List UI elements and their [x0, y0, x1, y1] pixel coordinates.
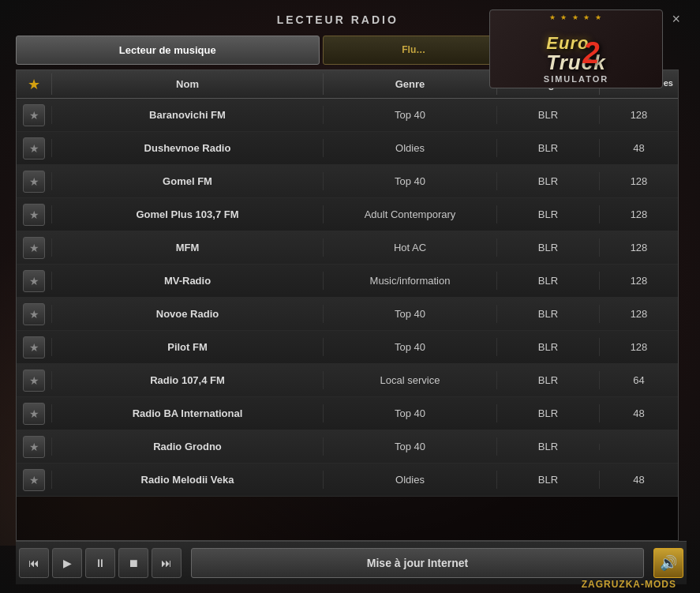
col-header-nom: Nom — [51, 73, 323, 95]
row-star-cell: ★ — [17, 171, 51, 193]
row-station-name: Novoe Radio — [51, 305, 323, 323]
table-row[interactable]: ★ Novoe Radio Top 40 BLR 128 — [17, 298, 678, 331]
volume-button[interactable]: 🔊 — [653, 548, 683, 578]
table-row[interactable]: ★ Radio BA International Top 40 BLR 48 — [17, 397, 678, 430]
row-genre: Adult Contemporary — [323, 205, 496, 223]
row-flux: 48 — [599, 471, 678, 489]
row-favorite-button[interactable]: ★ — [23, 204, 45, 226]
table-row[interactable]: ★ MFM Hot AC BLR 128 — [17, 231, 678, 265]
row-star-icon: ★ — [29, 109, 39, 122]
row-genre: Top 40 — [323, 305, 496, 323]
row-langue: BLR — [496, 305, 599, 323]
table-row[interactable]: ★ MV-Radio Music/information BLR 128 — [17, 265, 678, 298]
table-row[interactable]: ★ Baranovichi FM Top 40 BLR 128 — [17, 99, 678, 132]
row-star-cell: ★ — [17, 436, 51, 458]
star-header-icon: ★ — [28, 76, 40, 93]
table-row[interactable]: ★ Radio 107,4 FM Local service BLR 64 — [17, 364, 678, 397]
row-flux — [599, 444, 678, 450]
row-langue: BLR — [496, 205, 599, 223]
row-star-icon: ★ — [29, 242, 39, 254]
row-star-cell: ★ — [17, 204, 51, 226]
table-row[interactable]: ★ Radio Melodii Veka Oldies BLR 48 — [17, 464, 678, 497]
transport-pause[interactable]: ⏸ — [85, 548, 115, 578]
row-favorite-button[interactable]: ★ — [23, 370, 45, 392]
row-flux: 128 — [599, 172, 678, 190]
transport-play[interactable]: ▶ — [52, 548, 82, 578]
row-favorite-button[interactable]: ★ — [23, 137, 45, 160]
update-internet-button[interactable]: Mise à jour Internet — [191, 548, 644, 578]
tab-music[interactable]: Lecteur de musique — [16, 36, 320, 65]
row-genre: Oldies — [323, 139, 496, 157]
row-star-icon: ★ — [29, 441, 39, 453]
row-flux: 128 — [599, 338, 678, 356]
row-favorite-button[interactable]: ★ — [23, 303, 45, 325]
logo-box: ★ ★ ★ ★ ★ Euro Truck 2 SIMULATOR — [489, 9, 663, 88]
transport-next[interactable]: ⏭ — [152, 548, 182, 578]
row-favorite-button[interactable]: ★ — [23, 469, 45, 491]
logo-area: ★ ★ ★ ★ ★ Euro Truck 2 SIMULATOR — [489, 9, 663, 88]
row-station-name: Radio BA International — [51, 404, 323, 422]
row-genre: Oldies — [323, 471, 496, 489]
row-langue: BLR — [496, 106, 599, 124]
row-station-name: Gomel Plus 103,7 FM — [51, 205, 323, 223]
table-row[interactable]: ★ Pilot FM Top 40 BLR 128 — [17, 331, 678, 364]
row-star-cell: ★ — [17, 137, 51, 160]
close-button[interactable]: × — [665, 8, 687, 31]
row-star-cell: ★ — [17, 370, 51, 392]
transport-prev-start[interactable]: ⏮ — [19, 548, 49, 578]
row-favorite-button[interactable]: ★ — [23, 270, 45, 292]
row-star-cell: ★ — [17, 104, 51, 126]
row-star-icon: ★ — [29, 175, 39, 188]
row-station-name: Radio 107,4 FM — [51, 371, 323, 389]
col-header-star: ★ — [17, 73, 51, 95]
table-row[interactable]: ★ Gomel Plus 103,7 FM Adult Contemporary… — [17, 198, 678, 231]
window-title: LECTEUR RADIO — [277, 9, 399, 31]
tabs-row: Lecteur de musique Flu… — [16, 36, 505, 65]
col-header-genre: Genre — [323, 73, 496, 95]
table-row[interactable]: ★ Gomel FM Top 40 BLR 128 — [17, 165, 678, 198]
transport-stop[interactable]: ⏹ — [118, 548, 148, 578]
watermark: ZAGRUZKA-MODS — [582, 579, 676, 590]
row-station-name: Dushevnoe Radio — [51, 139, 323, 157]
radio-table: ★ Nom Genre Langue Flux de données ★ Bar… — [16, 69, 679, 541]
row-genre: Top 40 — [323, 106, 496, 124]
row-favorite-button[interactable]: ★ — [23, 403, 45, 425]
row-langue: BLR — [496, 238, 599, 257]
row-langue: BLR — [496, 404, 599, 422]
row-favorite-button[interactable]: ★ — [23, 104, 45, 126]
logo-simulator: SIMULATOR — [544, 74, 608, 84]
row-star-cell: ★ — [17, 336, 51, 358]
row-star-cell: ★ — [17, 270, 51, 292]
row-star-icon: ★ — [29, 474, 39, 486]
row-star-icon: ★ — [29, 407, 39, 420]
row-flux: 128 — [599, 272, 678, 290]
row-genre: Hot AC — [323, 238, 496, 257]
row-langue: BLR — [496, 272, 599, 290]
row-flux: 48 — [599, 139, 678, 157]
logo-stars: ★ ★ ★ ★ ★ — [549, 13, 603, 21]
row-star-cell: ★ — [17, 403, 51, 425]
table-row[interactable]: ★ Radio Grodno Top 40 BLR — [17, 430, 678, 464]
row-star-icon: ★ — [29, 275, 39, 287]
row-favorite-button[interactable]: ★ — [23, 336, 45, 358]
row-flux: 128 — [599, 106, 678, 124]
row-genre: Top 40 — [323, 404, 496, 422]
row-flux: 128 — [599, 238, 678, 257]
row-favorite-button[interactable]: ★ — [23, 171, 45, 193]
row-langue: BLR — [496, 437, 599, 456]
row-genre: Local service — [323, 371, 496, 389]
tab-flux[interactable]: Flu… — [323, 36, 506, 65]
row-favorite-button[interactable]: ★ — [23, 237, 45, 259]
row-station-name: MV-Radio — [51, 272, 323, 290]
main-panel: LECTEUR RADIO × ★ ★ ★ ★ ★ Euro Truck 2 S… — [16, 8, 687, 584]
row-flux: 64 — [599, 371, 678, 389]
row-station-name: MFM — [51, 238, 323, 257]
table-row[interactable]: ★ Dushevnoe Radio Oldies BLR 48 — [17, 132, 678, 165]
row-favorite-button[interactable]: ★ — [23, 436, 45, 458]
row-langue: BLR — [496, 471, 599, 489]
row-langue: BLR — [496, 139, 599, 157]
row-star-icon: ★ — [29, 374, 39, 387]
row-star-cell: ★ — [17, 237, 51, 259]
row-station-name: Pilot FM — [51, 338, 323, 356]
row-star-cell: ★ — [17, 469, 51, 491]
